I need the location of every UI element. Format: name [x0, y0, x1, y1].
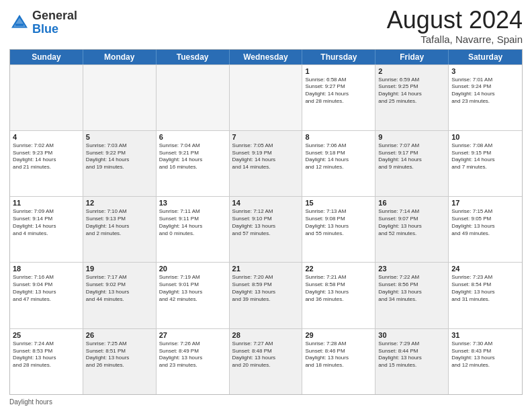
calendar-cell: 8Sunrise: 7:06 AM Sunset: 9:18 PM Daylig… [302, 131, 375, 196]
calendar-cell [157, 65, 230, 130]
cell-info: Sunrise: 7:11 AM Sunset: 9:11 PM Dayligh… [159, 208, 226, 237]
day-number: 3 [451, 67, 519, 75]
cell-info: Sunrise: 6:59 AM Sunset: 9:25 PM Dayligh… [378, 77, 445, 105]
day-number: 23 [378, 265, 445, 273]
day-number: 2 [378, 67, 445, 75]
cell-info: Sunrise: 7:23 AM Sunset: 8:54 PM Dayligh… [451, 274, 519, 303]
calendar-cell: 17Sunrise: 7:15 AM Sunset: 9:05 PM Dayli… [449, 197, 522, 262]
calendar-cell: 19Sunrise: 7:17 AM Sunset: 9:02 PM Dayli… [83, 263, 157, 328]
cell-info: Sunrise: 6:58 AM Sunset: 9:27 PM Dayligh… [305, 77, 372, 105]
cell-info: Sunrise: 7:20 AM Sunset: 8:59 PM Dayligh… [232, 274, 300, 303]
calendar-cell: 12Sunrise: 7:10 AM Sunset: 9:13 PM Dayli… [83, 197, 157, 262]
cell-info: Sunrise: 7:27 AM Sunset: 8:48 PM Dayligh… [232, 340, 300, 369]
calendar-cell: 15Sunrise: 7:13 AM Sunset: 9:08 PM Dayli… [302, 197, 375, 262]
day-number: 19 [86, 265, 153, 273]
cell-info: Sunrise: 7:21 AM Sunset: 8:58 PM Dayligh… [305, 274, 372, 303]
calendar-row: 4Sunrise: 7:02 AM Sunset: 9:23 PM Daylig… [10, 130, 522, 196]
cell-info: Sunrise: 7:30 AM Sunset: 8:43 PM Dayligh… [451, 340, 519, 369]
calendar-cell: 21Sunrise: 7:20 AM Sunset: 8:59 PM Dayli… [230, 263, 303, 328]
calendar-cell: 23Sunrise: 7:22 AM Sunset: 8:56 PM Dayli… [375, 263, 449, 328]
day-number: 22 [305, 265, 372, 273]
logo-general: General [32, 9, 77, 22]
weekday-header: Monday [83, 50, 157, 64]
day-number: 10 [451, 133, 519, 141]
day-number: 8 [305, 133, 372, 141]
calendar-cell: 27Sunrise: 7:26 AM Sunset: 8:49 PM Dayli… [157, 329, 230, 394]
day-number: 17 [451, 199, 519, 207]
calendar-cell: 24Sunrise: 7:23 AM Sunset: 8:54 PM Dayli… [449, 263, 522, 328]
header: General Blue August 2024 Tafalla, Navarr… [9, 7, 523, 45]
day-number: 7 [232, 133, 300, 141]
day-number: 20 [159, 265, 226, 273]
day-number: 18 [13, 265, 80, 273]
calendar-cell: 6Sunrise: 7:04 AM Sunset: 9:21 PM Daylig… [157, 131, 230, 196]
cell-info: Sunrise: 7:26 AM Sunset: 8:49 PM Dayligh… [159, 340, 226, 369]
calendar-cell: 29Sunrise: 7:28 AM Sunset: 8:46 PM Dayli… [302, 329, 375, 394]
logo-text: General Blue [32, 9, 77, 36]
cell-info: Sunrise: 7:02 AM Sunset: 9:23 PM Dayligh… [13, 142, 80, 171]
cell-info: Sunrise: 7:12 AM Sunset: 9:10 PM Dayligh… [232, 208, 300, 237]
day-number: 9 [378, 133, 445, 141]
calendar-cell: 1Sunrise: 6:58 AM Sunset: 9:27 PM Daylig… [302, 65, 375, 130]
cell-info: Sunrise: 7:07 AM Sunset: 9:17 PM Dayligh… [378, 142, 445, 171]
day-number: 16 [378, 199, 445, 207]
day-number: 31 [451, 331, 519, 339]
footer: Daylight hours [9, 398, 523, 406]
calendar-cell: 9Sunrise: 7:07 AM Sunset: 9:17 PM Daylig… [375, 131, 449, 196]
title-block: August 2024 Tafalla, Navarre, Spain [387, 7, 523, 45]
cell-info: Sunrise: 7:10 AM Sunset: 9:13 PM Dayligh… [86, 208, 153, 237]
cell-info: Sunrise: 7:01 AM Sunset: 9:24 PM Dayligh… [451, 77, 519, 105]
calendar-cell: 18Sunrise: 7:16 AM Sunset: 9:04 PM Dayli… [10, 263, 83, 328]
cell-info: Sunrise: 7:03 AM Sunset: 9:22 PM Dayligh… [86, 142, 153, 171]
day-number: 28 [232, 331, 300, 339]
day-number: 29 [305, 331, 372, 339]
cell-info: Sunrise: 7:13 AM Sunset: 9:08 PM Dayligh… [305, 208, 372, 237]
cell-info: Sunrise: 7:15 AM Sunset: 9:05 PM Dayligh… [451, 208, 519, 237]
day-number: 5 [86, 133, 153, 141]
day-number: 14 [232, 199, 300, 207]
cell-info: Sunrise: 7:09 AM Sunset: 9:14 PM Dayligh… [13, 208, 80, 237]
weekday-header: Sunday [10, 50, 83, 64]
calendar-cell: 28Sunrise: 7:27 AM Sunset: 8:48 PM Dayli… [230, 329, 303, 394]
calendar-row: 1Sunrise: 6:58 AM Sunset: 9:27 PM Daylig… [10, 64, 522, 130]
logo-blue: Blue [32, 22, 58, 36]
calendar-cell: 7Sunrise: 7:05 AM Sunset: 9:19 PM Daylig… [230, 131, 303, 196]
cell-info: Sunrise: 7:08 AM Sunset: 9:15 PM Dayligh… [451, 142, 519, 171]
calendar-cell: 4Sunrise: 7:02 AM Sunset: 9:23 PM Daylig… [10, 131, 83, 196]
calendar-cell: 26Sunrise: 7:25 AM Sunset: 8:51 PM Dayli… [83, 329, 157, 394]
page: General Blue August 2024 Tafalla, Navarr… [0, 0, 532, 411]
cell-info: Sunrise: 7:06 AM Sunset: 9:18 PM Dayligh… [305, 142, 372, 171]
day-number: 30 [378, 331, 445, 339]
cell-info: Sunrise: 7:29 AM Sunset: 8:44 PM Dayligh… [378, 340, 445, 369]
cell-info: Sunrise: 7:24 AM Sunset: 8:53 PM Dayligh… [13, 340, 80, 369]
day-number: 26 [86, 331, 153, 339]
calendar-cell: 16Sunrise: 7:14 AM Sunset: 9:07 PM Dayli… [375, 197, 449, 262]
calendar-cell: 13Sunrise: 7:11 AM Sunset: 9:11 PM Dayli… [157, 197, 230, 262]
day-number: 11 [13, 199, 80, 207]
cell-info: Sunrise: 7:14 AM Sunset: 9:07 PM Dayligh… [378, 208, 445, 237]
weekday-header: Friday [375, 50, 449, 64]
calendar-cell [10, 65, 83, 130]
weekday-header: Saturday [449, 50, 522, 64]
calendar-cell [83, 65, 157, 130]
calendar-body: 1Sunrise: 6:58 AM Sunset: 9:27 PM Daylig… [10, 64, 522, 394]
calendar-row: 11Sunrise: 7:09 AM Sunset: 9:14 PM Dayli… [10, 196, 522, 262]
calendar: SundayMondayTuesdayWednesdayThursdayFrid… [9, 49, 523, 395]
weekday-header: Wednesday [230, 50, 303, 64]
cell-info: Sunrise: 7:05 AM Sunset: 9:19 PM Dayligh… [232, 142, 300, 171]
calendar-cell: 5Sunrise: 7:03 AM Sunset: 9:22 PM Daylig… [83, 131, 157, 196]
calendar-row: 25Sunrise: 7:24 AM Sunset: 8:53 PM Dayli… [10, 328, 522, 394]
cell-info: Sunrise: 7:19 AM Sunset: 9:01 PM Dayligh… [159, 274, 226, 303]
calendar-cell: 3Sunrise: 7:01 AM Sunset: 9:24 PM Daylig… [449, 65, 522, 130]
weekday-header: Thursday [302, 50, 375, 64]
day-number: 27 [159, 331, 226, 339]
calendar-header: SundayMondayTuesdayWednesdayThursdayFrid… [10, 50, 522, 64]
day-number: 15 [305, 199, 372, 207]
day-number: 6 [159, 133, 226, 141]
day-number: 21 [232, 265, 300, 273]
calendar-row: 18Sunrise: 7:16 AM Sunset: 9:04 PM Dayli… [10, 262, 522, 328]
svg-rect-2 [15, 24, 24, 26]
weekday-header: Tuesday [157, 50, 230, 64]
day-number: 12 [86, 199, 153, 207]
calendar-cell: 14Sunrise: 7:12 AM Sunset: 9:10 PM Dayli… [230, 197, 303, 262]
